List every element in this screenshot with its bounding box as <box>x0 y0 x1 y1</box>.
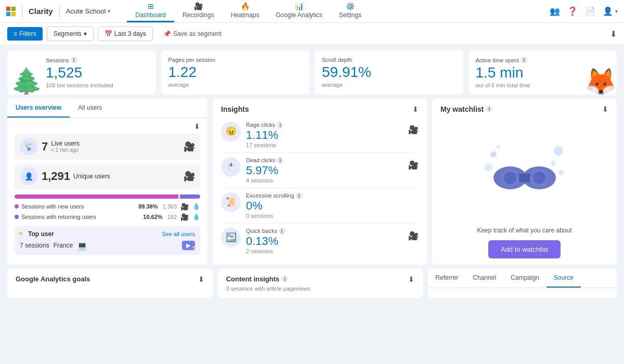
live-users-row: 📡 7 Live users < 1 min ago 🎥 <box>15 134 200 160</box>
quick-backs-video-button[interactable]: 🎥 <box>408 228 419 241</box>
insight-dead-clicks: 🖱️ Dead clicks ℹ 5.97% 4 sessions 🎥 <box>221 153 419 188</box>
dead-clicks-sub: 4 sessions <box>246 177 403 184</box>
stat-card-sessions: 🌲 Sessions ℹ 1,525 108 bot sessions excl… <box>7 50 156 95</box>
ga-goals-download-button[interactable]: ⬇ <box>198 275 204 283</box>
sessions-decoration: 🌲 <box>10 69 43 95</box>
content-insights-title-group: Content insights ℹ <box>226 275 289 283</box>
save-segment-button[interactable]: 📌 Save as segment <box>157 27 228 41</box>
nav-tabs: ⊞ Dashboard 🎥 Recordings 🔥 Heatmaps 📊 Go… <box>127 0 370 22</box>
excessive-scrolling-label: Excessive scrolling ℹ <box>246 192 419 199</box>
bottom-row: Google Analytics goals ⬇ Content insight… <box>0 269 624 302</box>
download-icon[interactable]: ⬇ <box>610 30 617 38</box>
active-time-info-icon[interactable]: ℹ <box>521 57 527 63</box>
rage-clicks-video-button[interactable]: 🎥 <box>408 122 419 135</box>
tab-settings[interactable]: ⚙️ Settings <box>331 0 370 22</box>
tab-source[interactable]: Source <box>547 269 581 288</box>
heatmaps-label: Heatmaps <box>231 11 259 19</box>
toolbar: ≡ Filters Segments ▾ 📅 Last 3 days 📌 Sav… <box>0 23 624 45</box>
new-users-drop-button[interactable]: 💧 <box>192 203 200 210</box>
help-icon[interactable]: ❓ <box>567 6 578 16</box>
ga-goals-header: Google Analytics goals ⬇ <box>16 275 204 283</box>
days-label: Last 3 days <box>114 30 146 37</box>
returning-users-bar <box>180 194 200 199</box>
panel-header-row: ⬇ <box>15 122 200 131</box>
active-time-label: Active time spent ℹ <box>476 57 610 63</box>
divider <box>22 5 22 18</box>
scroll-label: Scroll depth <box>322 57 456 63</box>
watchlist-title: My watchlist <box>440 105 484 113</box>
dead-clicks-icon-wrap: 🖱️ <box>221 157 241 177</box>
new-users-dot <box>15 204 19 209</box>
content-insights-download-button[interactable]: ⬇ <box>408 275 414 283</box>
tab-referrer[interactable]: Referrer <box>428 269 465 288</box>
content-insights-sub: 0 sessions with article pageviews <box>226 285 415 292</box>
rage-clicks-info-icon[interactable]: ℹ <box>277 122 283 128</box>
quick-backs-icon-wrap: ↩️ <box>221 228 241 248</box>
top-user-row: 7 sessions France 💻 ▶ <box>20 241 195 251</box>
watchlist-title-group: My watchlist ℹ <box>440 105 492 113</box>
add-to-watchlist-button[interactable]: Add to watchlist <box>488 240 561 258</box>
tab-users-overview[interactable]: Users overview <box>7 99 70 118</box>
dead-clicks-info-icon[interactable]: ℹ <box>277 157 283 164</box>
tab-campaign[interactable]: Campaign <box>503 269 547 288</box>
save-label: Save as segment <box>173 30 222 37</box>
divider2 <box>59 5 60 18</box>
returning-users-video-button[interactable]: 🎥 <box>179 213 190 221</box>
dashboard-icon: ⊞ <box>148 2 154 10</box>
tab-google-analytics[interactable]: 📊 Google Analytics <box>267 0 330 22</box>
segments-button[interactable]: Segments ▾ <box>47 27 94 41</box>
tab-recordings[interactable]: 🎥 Recordings <box>174 0 223 22</box>
tab-heatmaps[interactable]: 🔥 Heatmaps <box>223 0 268 22</box>
legend-returning-users: Sessions with returning users 10.62% 162… <box>15 213 200 221</box>
recordings-label: Recordings <box>183 11 214 19</box>
live-icon: 📡 <box>20 138 37 155</box>
dead-clicks-content: Dead clicks ℹ 5.97% 4 sessions <box>246 157 403 184</box>
sessions-info-icon[interactable]: ℹ <box>71 57 77 63</box>
sparkle-icon-top: ✦ <box>18 229 24 238</box>
watchlist-decoration-svg <box>473 131 577 209</box>
insights-title: Insights <box>221 105 249 113</box>
ms-yellow <box>11 12 16 16</box>
tab-all-users[interactable]: All users <box>70 99 110 118</box>
filters-button[interactable]: ≡ Filters <box>7 27 43 41</box>
insights-download-button[interactable]: ⬇ <box>412 105 419 113</box>
svg-point-7 <box>490 151 497 158</box>
document-icon[interactable]: 📄 <box>585 6 595 16</box>
new-users-pct: 89.38% <box>138 203 158 210</box>
watchlist-panel: My watchlist ℹ ⬇ <box>432 99 617 265</box>
returning-users-drop-button[interactable]: 💧 <box>192 213 200 220</box>
dead-clicks-label: Dead clicks ℹ <box>246 157 403 164</box>
dashboard-label: Dashboard <box>135 11 166 19</box>
insight-quick-backs: ↩️ Quick backs ℹ 0.13% 2 sessions 🎥 <box>221 224 419 258</box>
content-insights-info-icon[interactable]: ℹ <box>281 276 288 282</box>
top-user-device-button[interactable]: 💻 <box>77 241 87 251</box>
avatar-chevron-icon: ▾ <box>615 8 618 14</box>
watchlist-download-button[interactable]: ⬇ <box>602 105 608 113</box>
tab-dashboard[interactable]: ⊞ Dashboard <box>127 0 174 22</box>
see-all-users-link[interactable]: See all users <box>162 231 195 237</box>
live-label-group: Live users < 1 min ago <box>51 140 80 153</box>
watchlist-info-icon[interactable]: ℹ <box>486 106 492 112</box>
live-label: Live users <box>51 140 80 147</box>
new-users-label: Sessions with new users <box>21 203 136 210</box>
project-selector[interactable]: Acute School ▾ <box>66 7 111 15</box>
date-range-button[interactable]: 📅 Last 3 days <box>98 27 153 41</box>
insights-header: Insights ⬇ <box>221 105 419 113</box>
excessive-scrolling-info-icon[interactable]: ℹ <box>296 192 303 199</box>
tab-channel[interactable]: Channel <box>465 269 503 288</box>
watchlist-header: My watchlist ℹ ⬇ <box>440 105 608 113</box>
unique-video-button[interactable]: 🎥 <box>184 171 195 182</box>
rage-clicks-label: Rage clicks ℹ <box>246 122 403 128</box>
users-icon[interactable]: 👥 <box>550 6 560 16</box>
stat-card-pages: Pages per session 1.22 average <box>161 50 310 95</box>
new-users-video-button[interactable]: 🎥 <box>179 203 190 211</box>
settings-icon: ⚙️ <box>346 2 355 10</box>
dead-clicks-video-button[interactable]: 🎥 <box>408 157 419 170</box>
avatar[interactable]: 👤 ▾ <box>603 6 618 16</box>
sessions-value: 1,525 <box>46 65 149 81</box>
save-icon: 📌 <box>163 30 171 37</box>
download-users-button[interactable]: ⬇ <box>194 122 200 131</box>
stat-card-active-time: 🦊 Active time spent ℹ 1.5 min out of 6 m… <box>469 50 617 95</box>
quick-backs-info-icon[interactable]: ℹ <box>279 228 285 235</box>
live-video-button[interactable]: 🎥 <box>184 141 195 152</box>
